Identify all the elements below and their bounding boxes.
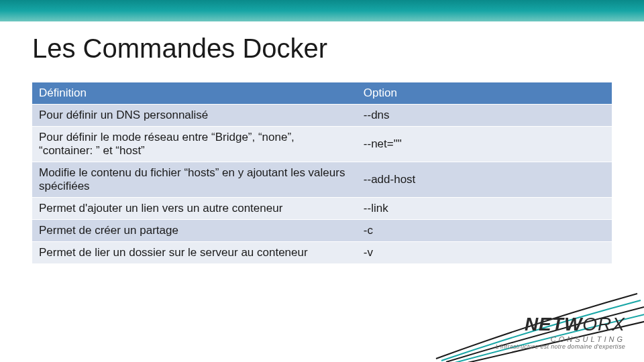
logo-subtitle: CONSULTING: [496, 335, 625, 343]
commands-table: Définition Option Pour définir un DNS pe…: [32, 82, 612, 264]
logo-brand-part2: ORX: [582, 314, 625, 335]
header-definition: Définition: [32, 82, 357, 105]
cell-definition: Permet de créer un partage: [32, 220, 357, 242]
cell-definition: Permet de lier un dossier sur le serveur…: [32, 242, 357, 264]
cell-definition: Modifie le contenu du fichier “hosts” en…: [32, 162, 357, 198]
table-row: Permet de lier un dossier sur le serveur…: [32, 242, 612, 264]
logo: NETWORX CONSULTING L'infrastructure est …: [496, 314, 625, 350]
cell-definition: Pour définir un DNS personnalisé: [32, 105, 357, 127]
cell-option: --net="": [357, 127, 612, 162]
logo-brand-part1: NETW: [525, 314, 582, 335]
cell-option: --add-host: [357, 162, 612, 198]
cell-option: --link: [357, 198, 612, 220]
logo-tagline: L'infrastructure est notre domaine d'exp…: [496, 343, 625, 350]
cell-option: --dns: [357, 105, 612, 127]
table-row: Permet d'ajouter un lien vers un autre c…: [32, 198, 612, 220]
top-decorative-band: [0, 0, 644, 21]
cell-option: -c: [357, 220, 612, 242]
cell-option: -v: [357, 242, 612, 264]
table-row: Permet de créer un partage-c: [32, 220, 612, 242]
cell-definition: Permet d'ajouter un lien vers un autre c…: [32, 198, 357, 220]
cell-definition: Pour définir le mode réseau entre “Bridg…: [32, 127, 357, 162]
header-option: Option: [357, 82, 612, 105]
table-row: Pour définir un DNS personnalisé--dns: [32, 105, 612, 127]
table-row: Pour définir le mode réseau entre “Bridg…: [32, 127, 612, 162]
table-row: Modifie le contenu du fichier “hosts” en…: [32, 162, 612, 198]
slide-title: Les Commandes Docker: [32, 34, 612, 64]
